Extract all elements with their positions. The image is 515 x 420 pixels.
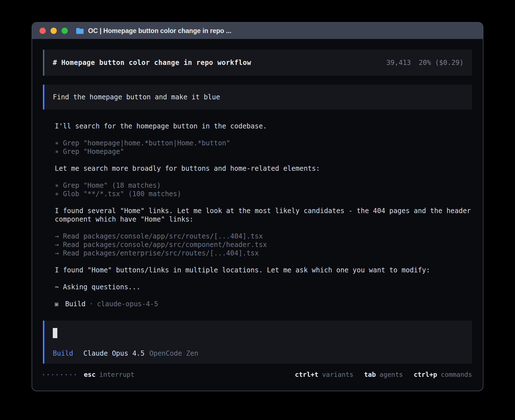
- tool-call-line: ∗ Grep "Home" (18 matches): [55, 181, 471, 190]
- status-bar-left: esc interrupt: [43, 371, 134, 378]
- status-bar-right: ctrl+t variants tab agents ctrl+p comman…: [295, 371, 472, 378]
- tool-call-line: → Read packages/enterprise/src/routes/[.…: [55, 249, 471, 257]
- window-title: OC | Homepage button color change in rep…: [88, 27, 231, 35]
- agent-model-name: claude-opus-4-5: [97, 300, 158, 308]
- assistant-text: I found "Home" buttons/links in multiple…: [55, 266, 471, 274]
- tool-call-line: → Read packages/console/app/src/routes/[…: [55, 232, 471, 240]
- tool-call-group: ∗ Grep "homepage|home.*button|Home.*butt…: [55, 139, 471, 156]
- tool-call-group: → Read packages/console/app/src/routes/[…: [55, 232, 471, 257]
- window-controls: [40, 28, 68, 34]
- shortcut-agents: tab agents: [364, 371, 403, 378]
- context-usage: 20% ($0.29): [419, 59, 464, 67]
- shortcut-variants: ctrl+t variants: [295, 371, 353, 378]
- text-cursor: [53, 328, 57, 338]
- terminal-window: OC | Homepage button color change in rep…: [32, 22, 483, 391]
- provider-label: OpenCode Zen: [149, 349, 198, 357]
- zoom-button[interactable]: [62, 28, 68, 34]
- shortcut-key: ctrl+t: [295, 371, 318, 378]
- terminal-content: # Homepage button color change in repo w…: [32, 39, 483, 391]
- session-title: # Homepage button color change in repo w…: [53, 59, 251, 67]
- shortcut-action: commands: [441, 371, 472, 378]
- shortcut-key: ctrl+p: [414, 371, 437, 378]
- shortcut-interrupt: esc interrupt: [84, 371, 134, 378]
- token-count: 39,413: [386, 59, 411, 67]
- titlebar[interactable]: OC | Homepage button color change in rep…: [32, 23, 483, 39]
- session-stats: 39,413 20% ($0.29): [386, 59, 464, 67]
- shortcut-action: agents: [379, 371, 403, 378]
- folder-icon: [76, 27, 84, 34]
- tool-call-line: ∗ Grep "homepage|home.*button|Home.*butt…: [55, 139, 471, 147]
- assistant-status-text: ~ Asking questions...: [55, 283, 471, 291]
- shortcut-commands: ctrl+p commands: [414, 371, 472, 378]
- transcript: I'll search for the homepage button in t…: [43, 122, 471, 308]
- shortcut-key: esc: [84, 371, 96, 378]
- status-bar: esc interrupt ctrl+t variants tab agents…: [43, 371, 472, 378]
- input-meta: Build Claude Opus 4.5 OpenCode Zen: [53, 349, 464, 357]
- mode-label[interactable]: Build: [53, 349, 73, 357]
- model-label[interactable]: Claude Opus 4.5: [83, 349, 145, 357]
- close-button[interactable]: [40, 28, 46, 34]
- assistant-text: I found several "Home" links. Let me loo…: [55, 207, 471, 224]
- assistant-text: Let me search more broadly for buttons a…: [55, 164, 471, 173]
- shortcut-key: tab: [364, 371, 376, 378]
- user-message-panel: Find the homepage button and make it blu…: [43, 85, 472, 110]
- agent-status-line: ▣ Build · claude-opus-4-5: [55, 300, 471, 308]
- user-message-text: Find the homepage button and make it blu…: [53, 93, 220, 101]
- tool-call-line: ∗ Glob "**/*.tsx" (100 matches): [55, 190, 471, 198]
- progress-dots: [43, 374, 76, 375]
- prompt-input[interactable]: Build Claude Opus 4.5 OpenCode Zen: [43, 321, 472, 364]
- shortcut-action: variants: [322, 371, 353, 378]
- tool-call-group: ∗ Grep "Home" (18 matches) ∗ Glob "**/*.…: [55, 181, 471, 198]
- agent-status-icon: ▣: [55, 300, 58, 308]
- minimize-button[interactable]: [51, 28, 57, 34]
- separator-dot: ·: [89, 300, 93, 308]
- tool-call-line: → Read packages/console/app/src/componen…: [55, 240, 471, 249]
- shortcut-action: interrupt: [99, 371, 135, 378]
- tool-call-line: ∗ Grep "Homepage": [55, 147, 471, 156]
- assistant-text: I'll search for the homepage button in t…: [55, 122, 471, 130]
- session-header: # Homepage button color change in repo w…: [43, 50, 472, 76]
- agent-name: Build: [65, 300, 86, 308]
